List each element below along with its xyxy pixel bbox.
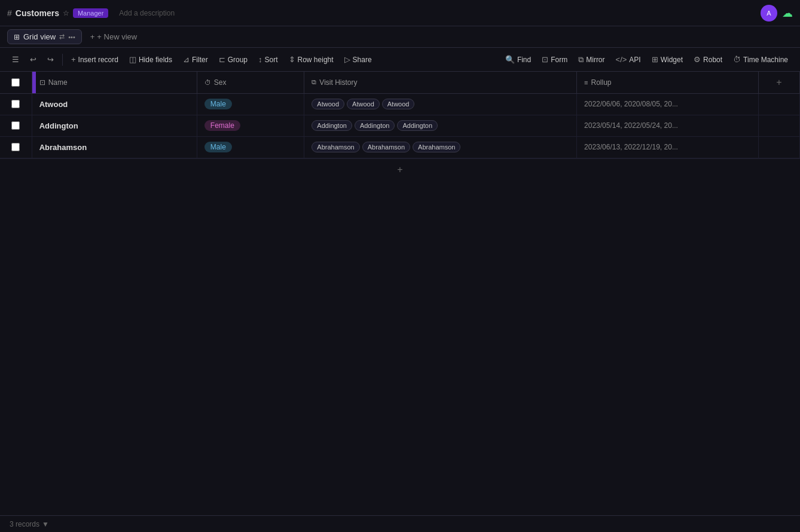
rollup-value: 2023/05/14, 2022/05/24, 20... [584,121,678,130]
form-button[interactable]: ⊡ Form [537,53,572,66]
row-visit-cell[interactable]: AbrahamsonAbrahamsonAbrahamson [304,136,577,158]
resize-handle [32,72,36,93]
sort-label: Sort [265,56,278,64]
row-height-label: Row height [298,56,334,64]
add-description[interactable]: Add a description [119,9,175,17]
row-add-cell [758,136,799,158]
insert-record-button[interactable]: + Insert record [66,53,123,66]
filter-button[interactable]: ⊿ Filter [178,53,213,66]
mirror-button[interactable]: ⧉ Mirror [573,53,609,67]
sidebar-toggle-icon: ☰ [12,55,19,64]
visit-col-icon: ⧉ [312,78,316,86]
group-icon: ⊏ [219,55,225,64]
name-col-icon: ⊡ [39,78,45,87]
share-button[interactable]: ▷ Share [340,53,377,66]
row-visit-cell[interactable]: AddingtonAddingtonAddington [304,115,577,136]
header-add-column[interactable]: + [758,72,799,93]
table-row[interactable]: Abrahamson Male AbrahamsonAbrahamsonAbra… [0,136,800,158]
hide-fields-icon: ◫ [129,55,136,64]
header-checkbox-cell [0,72,32,93]
row-sex-cell[interactable]: Male [197,93,304,115]
row-sex-cell[interactable]: Male [197,136,304,158]
star-icon[interactable]: ☆ [63,9,69,17]
robot-icon: ⚙ [694,55,701,64]
toolbar-right: 🔍 Find ⊡ Form ⧉ Mirror </> API ⊞ Widget … [500,53,793,67]
mirror-icon: ⧉ [578,55,584,65]
header-name[interactable]: ⊡ Name [32,72,197,93]
group-label: Group [228,56,248,64]
rollup-col-label: Rollup [591,78,612,87]
widget-button[interactable]: ⊞ Widget [647,53,688,66]
row-name-cell[interactable]: Abrahamson [32,136,197,158]
group-button[interactable]: ⊏ Group [214,53,252,66]
table-row[interactable]: Addington Female AddingtonAddingtonAddin… [0,115,800,136]
row-height-button[interactable]: ⇕ Row height [284,53,338,66]
avatar: A [761,5,777,22]
widget-icon: ⊞ [652,55,658,64]
row-height-icon: ⇕ [289,55,295,64]
records-count[interactable]: 3 records ▼ [10,520,49,528]
row-rollup-cell[interactable]: 2023/05/14, 2022/05/24, 20... [577,115,759,136]
grid-view-icon: ⊞ [14,33,20,41]
sex-badge: Female [204,120,240,131]
visit-tag: Abrahamson [413,142,460,152]
sex-badge: Male [204,99,232,109]
row-checkbox-cell [0,93,32,115]
sidebar-toggle-button[interactable]: ☰ [7,51,24,68]
row-rollup-cell[interactable]: 2022/06/06, 2020/08/05, 20... [577,93,759,115]
api-button[interactable]: </> API [611,53,646,66]
add-column-button[interactable]: + [759,72,799,93]
form-icon: ⊡ [542,55,548,64]
table-icon: # [7,8,12,18]
row-name-cell[interactable]: Atwood [32,93,197,115]
visit-tag: Atwood [312,99,344,109]
row-name-cell[interactable]: Addington [32,115,197,136]
time-machine-icon: ⏱ [733,55,741,64]
add-row-button[interactable]: + [393,163,407,177]
tab-grid-view[interactable]: ⊞ Grid view ⇄ ••• [7,29,82,44]
header-sex[interactable]: ⏱ Sex [197,72,304,93]
visit-tag: Atwood [382,99,415,109]
table-wrapper: ⊡ Name ⏱ Sex ⧉ Visit History [0,72,800,181]
undo-icon: ↩ [30,55,36,64]
sort-button[interactable]: ↕ Sort [254,53,283,66]
hide-fields-button[interactable]: ◫ Hide fields [124,53,177,66]
find-button[interactable]: 🔍 Find [500,53,536,66]
redo-button[interactable]: ↪ [42,51,59,68]
row-checkbox[interactable] [11,121,20,130]
sync-icon: ⇄ [59,33,65,41]
new-view-button[interactable]: + + New view [84,30,143,44]
time-machine-button[interactable]: ⏱ Time Machine [728,53,793,66]
header-visit-history[interactable]: ⧉ Visit History [304,72,577,93]
share-label: Share [353,56,372,64]
row-rollup-cell[interactable]: 2023/06/13, 2022/12/19, 20... [577,136,759,158]
name-col-label: Name [48,78,68,87]
row-add-cell [758,93,799,115]
toolbar: ☰ ↩ ↪ + Insert record ◫ Hide fields ⊿ Fi… [0,48,800,72]
table-row[interactable]: Atwood Male AtwoodAtwoodAtwood 2022/06/0… [0,93,800,115]
row-checkbox[interactable] [11,143,20,151]
select-all-checkbox[interactable] [11,78,20,87]
records-count-text: 3 records [10,520,39,528]
filter-icon: ⊿ [183,55,190,64]
row-sex-cell[interactable]: Female [197,115,304,136]
api-label: API [629,56,640,64]
time-machine-label: Time Machine [743,56,788,64]
table-body: Atwood Male AtwoodAtwoodAtwood 2022/06/0… [0,93,800,158]
robot-button[interactable]: ⚙ Robot [689,53,727,66]
visit-col-label: Visit History [319,78,357,87]
row-name: Addington [39,121,78,130]
tab-more-icon[interactable]: ••• [68,33,75,41]
row-name: Atwood [39,100,68,109]
header-rollup[interactable]: ≡ Rollup [577,72,759,93]
mirror-label: Mirror [586,56,604,64]
view-tabs: ⊞ Grid view ⇄ ••• + + New view [0,26,800,48]
row-checkbox[interactable] [11,100,20,108]
visit-tags: AddingtonAddingtonAddington [312,120,438,131]
rollup-value: 2023/06/13, 2022/12/19, 20... [584,143,678,151]
api-icon: </> [616,55,627,64]
undo-button[interactable]: ↩ [25,51,41,68]
row-visit-cell[interactable]: AtwoodAtwoodAtwood [304,93,577,115]
new-view-plus-icon: + [90,32,95,41]
row-checkbox-cell [0,136,32,158]
